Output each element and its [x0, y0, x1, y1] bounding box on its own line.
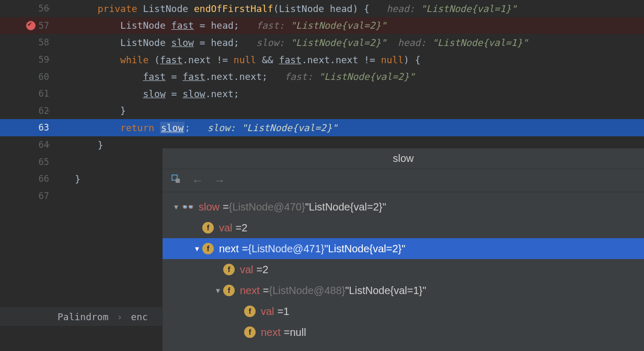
code-content[interactable]: private ListNode endOfFirstHalf(ListNode… [52, 3, 644, 14]
field-badge-icon: f [223, 264, 235, 275]
variable-name: next [219, 243, 239, 255]
nav-back-icon[interactable]: ← [192, 174, 203, 188]
tree-row[interactable]: ▼fnext = {ListNode@488} "ListNode{val=1}… [163, 280, 644, 301]
code-content[interactable]: fast = fast.next.next; fast: "ListNode{v… [52, 71, 644, 82]
expand-arrow-icon[interactable]: ▼ [171, 203, 181, 211]
gutter[interactable]: 58 [0, 37, 52, 48]
line-number: 61 [34, 88, 49, 99]
code-content[interactable]: ListNode slow = head; slow: "ListNode{va… [52, 37, 644, 48]
code-line[interactable]: 57 ListNode fast = head; fast: "ListNode… [0, 17, 644, 34]
gutter[interactable]: 67 [0, 191, 52, 201]
code-line[interactable]: 62– } [0, 102, 644, 120]
field-badge-icon: f [202, 243, 214, 254]
popup-toolbar: ← → [163, 169, 644, 192]
fold-icon[interactable]: – [45, 56, 51, 63]
gutter[interactable]: 63 [0, 122, 52, 133]
popup-title: slow [163, 148, 644, 169]
svg-rect-1 [176, 179, 180, 183]
variable-value: "ListNode{val=2}" [305, 201, 386, 213]
nav-forward-icon[interactable]: → [214, 174, 225, 188]
fold-icon[interactable]: – [45, 5, 51, 12]
tree-row[interactable]: ▼fnext = {ListNode@471} "ListNode{val=2}… [163, 238, 644, 259]
variable-name: slow [199, 201, 220, 213]
code-line[interactable]: 56– private ListNode endOfFirstHalf(List… [0, 0, 644, 17]
code-line[interactable]: 60 fast = fast.next.next; fast: "ListNod… [0, 68, 644, 85]
code-content[interactable]: slow = slow.next; [52, 88, 644, 99]
expand-arrow-icon[interactable]: ▼ [213, 287, 223, 295]
code-content[interactable]: } [52, 105, 644, 116]
object-id: {ListNode@471} [248, 243, 325, 255]
filter-icon[interactable] [171, 174, 181, 187]
variable-tree[interactable]: ▼👓slow = {ListNode@470} "ListNode{val=2}… [163, 192, 644, 343]
variable-value: 2 [242, 222, 247, 234]
line-number: 60 [34, 72, 49, 82]
field-badge-icon: f [202, 222, 214, 233]
code-content[interactable]: return slow; slow: "ListNode{val=2}" [52, 122, 644, 133]
line-number: 57 [34, 20, 49, 31]
gutter[interactable]: 62– [0, 106, 52, 116]
line-number: 65 [34, 157, 49, 167]
code-content[interactable]: ListNode fast = head; fast: "ListNode{va… [52, 20, 644, 31]
gutter[interactable]: 57 [0, 20, 52, 31]
object-id: {ListNode@470} [229, 201, 305, 213]
gutter[interactable]: 64– [0, 139, 52, 150]
debug-inspect-popup[interactable]: slow ← → ▼👓slow = {ListNode@470} "ListNo… [162, 148, 644, 351]
code-line[interactable]: 58 ListNode slow = head; slow: "ListNode… [0, 34, 644, 51]
variable-value: "ListNode{val=1}" [345, 285, 426, 297]
line-number: 66 [34, 173, 49, 184]
breadcrumb-item[interactable]: Palindrom [58, 311, 109, 322]
tree-row[interactable]: fval = 2 [163, 259, 644, 280]
variable-value: 2 [262, 264, 268, 276]
line-number: 58 [34, 37, 49, 48]
variable-value: null [290, 326, 306, 338]
variable-name: val [261, 306, 274, 318]
tree-row[interactable]: fnext = null [163, 322, 644, 343]
variable-name: next [240, 285, 260, 297]
tree-row[interactable]: ▼👓slow = {ListNode@470} "ListNode{val=2}… [163, 196, 644, 217]
gutter[interactable]: 61 [0, 88, 52, 99]
tree-row[interactable]: fval = 1 [163, 301, 644, 322]
field-badge-icon: f [223, 285, 235, 296]
breadcrumb-item[interactable]: enc [131, 311, 148, 322]
watch-icon: 👓 [181, 201, 194, 213]
field-badge-icon: f [244, 306, 256, 317]
code-content[interactable]: while (fast.next != null && fast.next.ne… [52, 54, 644, 65]
code-line[interactable]: 61 slow = slow.next; [0, 85, 644, 102]
breadcrumb[interactable]: Palindrom › enc [0, 307, 162, 326]
code-line[interactable]: 59– while (fast.next != null && fast.nex… [0, 51, 644, 68]
field-badge-icon: f [244, 326, 256, 338]
gutter[interactable]: 60 [0, 72, 52, 82]
gutter[interactable]: 56– [0, 3, 52, 14]
fold-icon[interactable]: – [45, 107, 51, 114]
object-id: {ListNode@488} [269, 285, 346, 297]
breadcrumb-separator: › [117, 311, 123, 322]
variable-name: val [219, 222, 233, 234]
fold-icon[interactable]: – [45, 141, 51, 148]
tree-row[interactable]: fval = 2 [163, 217, 644, 238]
gutter[interactable]: 66 [0, 173, 52, 184]
breakpoint-icon[interactable] [26, 21, 36, 30]
variable-name: val [240, 264, 254, 276]
expand-arrow-icon[interactable]: ▼ [192, 245, 202, 253]
variable-value: 1 [283, 306, 289, 318]
variable-name: next [261, 326, 281, 338]
variable-value: "ListNode{val=2}" [324, 243, 405, 255]
line-number: 63 [34, 122, 49, 133]
gutter[interactable]: 59– [0, 54, 52, 65]
code-line[interactable]: 63 return slow; slow: "ListNode{val=2}" [0, 119, 644, 136]
line-number: 67 [34, 191, 49, 201]
gutter[interactable]: 65 [0, 157, 52, 167]
